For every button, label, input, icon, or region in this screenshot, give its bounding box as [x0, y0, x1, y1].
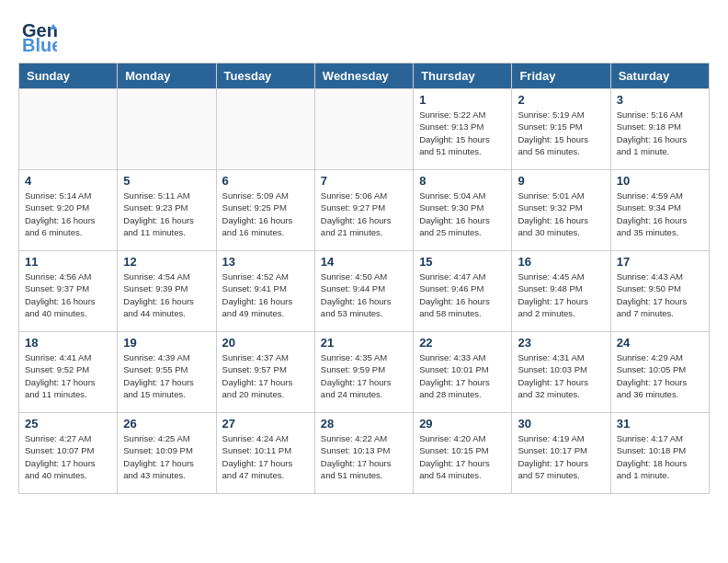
weekday-header: Monday — [118, 63, 216, 89]
calendar-cell: 1Sunrise: 5:22 AM Sunset: 9:13 PM Daylig… — [414, 89, 512, 170]
day-info: Sunrise: 4:59 AM Sunset: 9:34 PM Dayligh… — [617, 190, 703, 238]
logo: General Blue — [22, 17, 61, 55]
day-number: 20 — [222, 336, 309, 350]
calendar-cell: 3Sunrise: 5:16 AM Sunset: 9:18 PM Daylig… — [610, 89, 709, 170]
calendar-cell — [19, 89, 118, 170]
calendar-cell: 8Sunrise: 5:04 AM Sunset: 9:30 PM Daylig… — [414, 170, 512, 251]
week-row: 11Sunrise: 4:56 AM Sunset: 9:37 PM Dayli… — [19, 251, 710, 332]
day-number: 7 — [321, 174, 407, 188]
day-info: Sunrise: 4:37 AM Sunset: 9:57 PM Dayligh… — [222, 351, 309, 400]
day-info: Sunrise: 4:50 AM Sunset: 9:44 PM Dayligh… — [321, 270, 407, 319]
calendar-cell: 16Sunrise: 4:45 AM Sunset: 9:48 PM Dayli… — [512, 251, 610, 332]
svg-text:Blue: Blue — [22, 35, 57, 55]
day-info: Sunrise: 4:25 AM Sunset: 10:09 PM Daylig… — [123, 432, 210, 481]
weekday-header: Wednesday — [314, 63, 413, 89]
calendar-cell: 22Sunrise: 4:33 AM Sunset: 10:01 PM Dayl… — [414, 332, 512, 413]
day-number: 12 — [123, 255, 210, 269]
day-number: 30 — [518, 417, 604, 431]
calendar-cell: 15Sunrise: 4:47 AM Sunset: 9:46 PM Dayli… — [414, 251, 512, 332]
day-info: Sunrise: 4:19 AM Sunset: 10:17 PM Daylig… — [518, 432, 604, 481]
calendar-cell: 18Sunrise: 4:41 AM Sunset: 9:52 PM Dayli… — [19, 332, 118, 413]
day-info: Sunrise: 4:29 AM Sunset: 10:05 PM Daylig… — [617, 351, 703, 400]
day-info: Sunrise: 4:45 AM Sunset: 9:48 PM Dayligh… — [518, 270, 604, 319]
calendar-cell: 23Sunrise: 4:31 AM Sunset: 10:03 PM Dayl… — [512, 332, 610, 413]
day-info: Sunrise: 4:17 AM Sunset: 10:18 PM Daylig… — [617, 432, 703, 481]
day-number: 1 — [419, 93, 506, 107]
day-info: Sunrise: 4:33 AM Sunset: 10:01 PM Daylig… — [419, 351, 506, 400]
calendar-cell — [216, 89, 314, 170]
calendar-cell: 14Sunrise: 4:50 AM Sunset: 9:44 PM Dayli… — [314, 251, 413, 332]
week-row: 25Sunrise: 4:27 AM Sunset: 10:07 PM Dayl… — [19, 413, 710, 494]
day-number: 29 — [419, 417, 506, 431]
day-number: 25 — [25, 417, 111, 431]
day-info: Sunrise: 4:31 AM Sunset: 10:03 PM Daylig… — [518, 351, 604, 400]
logo-icon: General Blue — [22, 17, 57, 55]
day-number: 21 — [321, 336, 407, 350]
day-info: Sunrise: 4:39 AM Sunset: 9:55 PM Dayligh… — [123, 351, 210, 400]
calendar-cell: 7Sunrise: 5:06 AM Sunset: 9:27 PM Daylig… — [314, 170, 413, 251]
calendar-cell: 6Sunrise: 5:09 AM Sunset: 9:25 PM Daylig… — [216, 170, 314, 251]
day-info: Sunrise: 4:54 AM Sunset: 9:39 PM Dayligh… — [123, 270, 210, 319]
calendar-cell: 13Sunrise: 4:52 AM Sunset: 9:41 PM Dayli… — [216, 251, 314, 332]
calendar-cell: 19Sunrise: 4:39 AM Sunset: 9:55 PM Dayli… — [118, 332, 216, 413]
day-info: Sunrise: 5:22 AM Sunset: 9:13 PM Dayligh… — [419, 109, 506, 157]
day-number: 14 — [321, 255, 407, 269]
day-number: 3 — [617, 93, 703, 107]
day-info: Sunrise: 4:20 AM Sunset: 10:15 PM Daylig… — [419, 432, 506, 481]
day-number: 4 — [25, 174, 111, 188]
calendar-cell: 4Sunrise: 5:14 AM Sunset: 9:20 PM Daylig… — [19, 170, 118, 251]
calendar-cell: 11Sunrise: 4:56 AM Sunset: 9:37 PM Dayli… — [19, 251, 118, 332]
day-number: 6 — [222, 174, 309, 188]
day-info: Sunrise: 5:14 AM Sunset: 9:20 PM Dayligh… — [25, 190, 111, 238]
day-number: 5 — [123, 174, 210, 188]
weekday-header: Thursday — [414, 63, 512, 89]
day-number: 8 — [419, 174, 506, 188]
day-number: 2 — [518, 93, 604, 107]
day-info: Sunrise: 4:43 AM Sunset: 9:50 PM Dayligh… — [617, 270, 703, 319]
calendar-cell — [314, 89, 413, 170]
weekday-header: Tuesday — [216, 63, 314, 89]
week-row: 1Sunrise: 5:22 AM Sunset: 9:13 PM Daylig… — [19, 89, 710, 170]
day-number: 24 — [617, 336, 703, 350]
day-number: 31 — [617, 417, 703, 431]
day-info: Sunrise: 4:52 AM Sunset: 9:41 PM Dayligh… — [222, 270, 309, 319]
day-number: 28 — [321, 417, 407, 431]
calendar-cell: 5Sunrise: 5:11 AM Sunset: 9:23 PM Daylig… — [118, 170, 216, 251]
day-info: Sunrise: 4:35 AM Sunset: 9:59 PM Dayligh… — [321, 351, 407, 400]
weekday-header: Sunday — [19, 63, 118, 89]
day-info: Sunrise: 4:24 AM Sunset: 10:11 PM Daylig… — [222, 432, 309, 481]
calendar-table: SundayMondayTuesdayWednesdayThursdayFrid… — [18, 63, 710, 494]
day-info: Sunrise: 4:22 AM Sunset: 10:13 PM Daylig… — [321, 432, 407, 481]
day-info: Sunrise: 5:11 AM Sunset: 9:23 PM Dayligh… — [123, 190, 210, 238]
day-number: 26 — [123, 417, 210, 431]
weekday-header-row: SundayMondayTuesdayWednesdayThursdayFrid… — [19, 63, 710, 89]
calendar-cell: 9Sunrise: 5:01 AM Sunset: 9:32 PM Daylig… — [512, 170, 610, 251]
page-header: General Blue — [0, 0, 728, 63]
day-info: Sunrise: 5:06 AM Sunset: 9:27 PM Dayligh… — [321, 190, 407, 238]
day-number: 13 — [222, 255, 309, 269]
day-info: Sunrise: 4:47 AM Sunset: 9:46 PM Dayligh… — [419, 270, 506, 319]
calendar-cell: 31Sunrise: 4:17 AM Sunset: 10:18 PM Dayl… — [610, 413, 709, 494]
day-number: 27 — [222, 417, 309, 431]
calendar-cell: 30Sunrise: 4:19 AM Sunset: 10:17 PM Dayl… — [512, 413, 610, 494]
day-info: Sunrise: 5:16 AM Sunset: 9:18 PM Dayligh… — [617, 109, 703, 157]
calendar-cell: 20Sunrise: 4:37 AM Sunset: 9:57 PM Dayli… — [216, 332, 314, 413]
day-number: 23 — [518, 336, 604, 350]
day-info: Sunrise: 4:56 AM Sunset: 9:37 PM Dayligh… — [25, 270, 111, 319]
day-info: Sunrise: 5:01 AM Sunset: 9:32 PM Dayligh… — [518, 190, 604, 238]
day-info: Sunrise: 5:09 AM Sunset: 9:25 PM Dayligh… — [222, 190, 309, 238]
week-row: 18Sunrise: 4:41 AM Sunset: 9:52 PM Dayli… — [19, 332, 710, 413]
day-number: 9 — [518, 174, 604, 188]
day-info: Sunrise: 4:27 AM Sunset: 10:07 PM Daylig… — [25, 432, 111, 481]
day-number: 10 — [617, 174, 703, 188]
calendar-cell — [118, 89, 216, 170]
calendar-cell: 12Sunrise: 4:54 AM Sunset: 9:39 PM Dayli… — [118, 251, 216, 332]
day-info: Sunrise: 5:19 AM Sunset: 9:15 PM Dayligh… — [518, 109, 604, 157]
day-number: 18 — [25, 336, 111, 350]
day-info: Sunrise: 5:04 AM Sunset: 9:30 PM Dayligh… — [419, 190, 506, 238]
day-number: 15 — [419, 255, 506, 269]
calendar-cell: 21Sunrise: 4:35 AM Sunset: 9:59 PM Dayli… — [314, 332, 413, 413]
calendar-cell: 27Sunrise: 4:24 AM Sunset: 10:11 PM Dayl… — [216, 413, 314, 494]
day-number: 11 — [25, 255, 111, 269]
calendar-cell: 26Sunrise: 4:25 AM Sunset: 10:09 PM Dayl… — [118, 413, 216, 494]
